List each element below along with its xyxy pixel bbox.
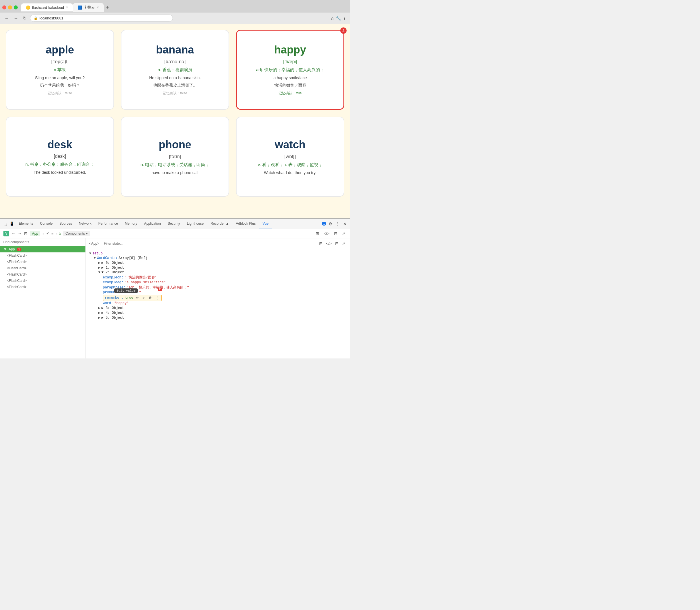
setup-label: setup (92, 252, 102, 256)
tree-flashcard-5[interactable]: <FlashCard> (0, 277, 85, 284)
vue-forward-button[interactable]: → (18, 231, 22, 236)
vue-toolbar-right: ⊞ </> ⊟ ↗ (314, 230, 346, 237)
components-selector[interactable]: Components ▾ (63, 231, 90, 236)
paraphrase-line: paraphrase: "adj. 快乐的；幸福的，使人高兴的；" (103, 285, 346, 290)
tree-flashcard-1[interactable]: <FlashCard> (0, 252, 85, 259)
open-icon[interactable]: ↗ (341, 240, 346, 247)
breadcrumb-separator: › (43, 231, 44, 236)
tab-elements[interactable]: Elements (15, 219, 36, 228)
item3-line: ▶ ▶ 3: Object (98, 306, 346, 310)
close-devtools-button[interactable]: ✕ (342, 220, 348, 227)
vue-format-button[interactable]: ⊟ (333, 230, 339, 237)
vue-back-button[interactable]: ← (12, 231, 15, 236)
bookmark-icon[interactable]: ☆ (330, 16, 334, 20)
tab-performance[interactable]: Performance (95, 219, 121, 228)
card-banana: banana [bəˈnɑːnə] n. 香蕉；喜剧演员 He slipped … (121, 30, 229, 110)
new-tab-button[interactable]: + (104, 3, 111, 12)
forward-button[interactable]: → (13, 15, 19, 22)
breadcrumb-sep2: › (56, 231, 57, 236)
exampleeg-val: "a happy smile/face" (125, 280, 166, 285)
find-components-input[interactable] (0, 238, 85, 246)
tab-network[interactable]: Network (76, 219, 95, 228)
wordcards-val: Array[6] (Ref) (118, 256, 147, 260)
card-memory: 记忆确认：false (163, 91, 187, 96)
edit-delete-button[interactable]: 🗑 (148, 295, 153, 300)
item2-expand[interactable]: ▼ (98, 270, 100, 274)
tree-flashcard-3[interactable]: <FlashCard> (0, 265, 85, 271)
breadcrumb-app[interactable]: App (30, 231, 40, 236)
tab-close-button[interactable]: ✕ (66, 6, 68, 10)
edit-more-button[interactable]: ⋮ (154, 295, 160, 300)
tab2-close-button[interactable]: ✕ (97, 6, 99, 10)
extensions-icon[interactable]: 🔧 (336, 16, 341, 20)
item4-expand[interactable]: ▶ (98, 311, 100, 315)
vue-code-button[interactable]: </> (323, 230, 330, 237)
tab-vue[interactable]: Vue (259, 219, 272, 228)
close-button[interactable] (2, 5, 6, 10)
card-word: phone (159, 139, 192, 151)
minimize-button[interactable] (8, 5, 12, 10)
tab-console[interactable]: Console (36, 219, 56, 228)
settings-button[interactable]: ⚙ (327, 220, 333, 227)
code-icon[interactable]: </> (325, 240, 333, 247)
more-button[interactable]: ⋮ (335, 220, 341, 227)
devtools-device-button[interactable]: 📱 (8, 220, 15, 227)
vue-open-button[interactable]: ↗ (341, 230, 346, 237)
badge-1: 1 (17, 247, 21, 251)
tree-flashcard-2[interactable]: <FlashCard> (0, 259, 85, 265)
tree-flashcard-6[interactable]: <FlashCard> (0, 284, 85, 290)
tab-sources[interactable]: Sources (56, 219, 76, 228)
menu-icon[interactable]: ⋮ (343, 16, 346, 20)
card-example-en: The desk looked undisturbed. (34, 170, 86, 175)
component-tree-panel: ▼ App 1 <FlashCard> <FlashCard> <FlashCa… (0, 238, 86, 358)
devtools-inspect-button[interactable]: ⬚ (2, 220, 8, 227)
card-example-cn: 快活的微笑／面容 (274, 83, 306, 88)
maximize-button[interactable] (14, 5, 18, 10)
card-word: watch (275, 139, 306, 151)
edit-pencil-button[interactable]: ✏ (135, 295, 140, 300)
address-input[interactable]: 🔒 localhost:8081 (30, 15, 173, 22)
word-key: word: (103, 301, 113, 305)
card-definition: n. 电话，电话系统；受话器，听筒； (141, 162, 210, 167)
tree-item-app[interactable]: ▼ App 1 (0, 246, 85, 252)
tab-memory[interactable]: Memory (121, 219, 141, 228)
item0-line: ▶ ▶ 0: Object (98, 260, 346, 265)
item3-expand[interactable]: ▶ (98, 306, 100, 310)
tab-adblock[interactable]: Adblock Plus (232, 219, 259, 228)
word-val: "happy" (114, 301, 129, 305)
tree-app-label: App (9, 247, 15, 251)
back-button[interactable]: ← (3, 15, 10, 22)
card-word: apple (46, 44, 74, 56)
setup-expand[interactable]: ▼ (89, 252, 91, 256)
examplecn-key: examplecn: (103, 276, 124, 279)
traffic-lights (2, 5, 18, 10)
exampleeg-key: exampleeg: (103, 280, 124, 285)
tab-kalacloud[interactable]: 🟦 卡拉云 ✕ (73, 3, 104, 12)
wordcards-expand[interactable]: ▼ (94, 256, 96, 260)
card-word: banana (156, 44, 194, 56)
array-items: ▶ ▶ 0: Object ▶ ▶ 1: Object ▼ ▼ 2: Objec… (94, 260, 346, 320)
tab-recorder[interactable]: Recorder ▲ (207, 219, 232, 228)
item5-label: ▶ 5: Object (101, 316, 124, 320)
item1-line: ▶ ▶ 1: Object (98, 265, 346, 270)
breadcrumb-icon: ✔ (46, 231, 49, 236)
filter-state-input[interactable] (101, 240, 159, 247)
tab-application[interactable]: Application (141, 219, 164, 228)
item1-expand[interactable]: ▶ (98, 266, 100, 270)
card-example-en: He slipped on a banana skin. (149, 76, 201, 80)
card-pronunciation: [ˈhæpi] (283, 59, 297, 64)
list-icon[interactable]: ⊟ (334, 240, 340, 247)
item0-expand[interactable]: ▶ (98, 261, 100, 265)
tab-security[interactable]: Security (164, 219, 183, 228)
remember-key: remember: (105, 296, 124, 300)
tab-lighthouse[interactable]: Lighthouse (183, 219, 207, 228)
tab-flashcard[interactable]: 🟡 flashcard-kalacloud ✕ (21, 3, 73, 12)
tree-flashcard-4[interactable]: <FlashCard> (0, 271, 85, 277)
badge1-indicator: 1 (17, 247, 21, 251)
edit-check-button[interactable]: ✔ (142, 295, 146, 300)
reload-button[interactable]: ↻ (22, 14, 28, 22)
vue-home-button[interactable]: ⊡ (24, 231, 28, 236)
item5-expand[interactable]: ▶ (98, 316, 100, 320)
screenshot-icon[interactable]: ⊞ (318, 240, 324, 247)
vue-screenshot-button[interactable]: ⊞ (314, 230, 320, 237)
